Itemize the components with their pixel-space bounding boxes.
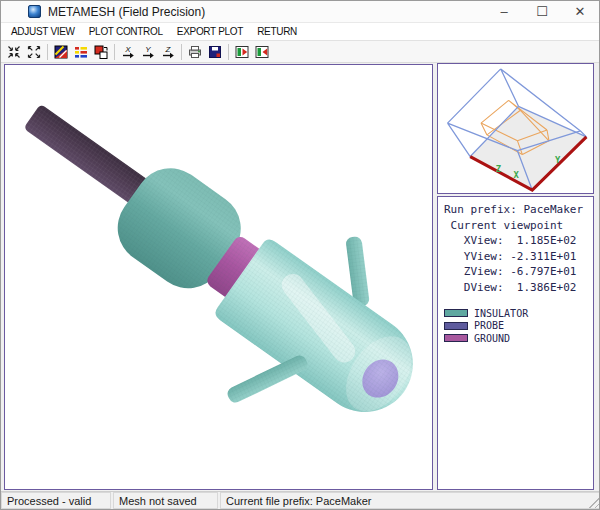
advance-plot-button[interactable]	[232, 42, 252, 62]
window-title: METAMESH (Field Precision)	[48, 5, 205, 19]
view-z-axis-button[interactable]: Z	[158, 42, 178, 62]
zoom-expand-icon	[26, 44, 42, 60]
plot-style-button[interactable]	[51, 42, 71, 62]
orientation-cube: Z X Y	[438, 64, 593, 193]
ground-label: GROUND	[474, 333, 510, 344]
status-mesh-saved: Mesh not saved	[113, 492, 218, 509]
viewpoint-header: Current viewpoint	[444, 218, 593, 234]
status-file-prefix-text: Current file prefix: PaceMaker	[226, 495, 372, 507]
axis-label-y: Y	[555, 155, 561, 165]
view-y-axis-button[interactable]: Y	[138, 42, 158, 62]
maximize-button[interactable]: ☐	[523, 1, 561, 22]
yview-value: YView: -2.311E+01	[444, 249, 593, 265]
status-processed: Processed - valid	[1, 492, 111, 509]
menu-adjust-view[interactable]: ADJUST VIEW	[4, 24, 82, 39]
workspace: Z X Y Run prefix: PaceMaker Current view…	[1, 63, 599, 493]
window-controls: – ☐ ✕	[485, 1, 599, 22]
mesh-plot-canvas	[4, 64, 433, 490]
tine-lower	[225, 353, 309, 405]
minimize-button[interactable]: –	[485, 1, 523, 22]
legend-row-ground: GROUND	[444, 332, 593, 345]
ground-swatch	[444, 334, 468, 342]
status-file-prefix: Current file prefix: PaceMaker	[220, 492, 600, 509]
reverse-plot-icon	[254, 44, 270, 60]
toolbar: X Y Z	[1, 41, 599, 63]
copy-region-button[interactable]	[91, 42, 111, 62]
menu-return[interactable]: RETURN	[250, 24, 304, 39]
region-legend: INSULATOR PROBE GROUND	[444, 307, 593, 345]
plot-style-icon	[53, 44, 69, 60]
advance-plot-icon	[234, 44, 250, 60]
toolbar-separator	[114, 44, 115, 60]
pacemaker-mesh-model	[5, 65, 432, 489]
insulator-swatch	[444, 309, 468, 317]
zoom-expand-button[interactable]	[24, 42, 44, 62]
view-x-axis-icon: X	[120, 44, 136, 60]
save-button[interactable]	[205, 42, 225, 62]
toolbar-separator	[181, 44, 182, 60]
app-window: METAMESH (Field Precision) – ☐ ✕ ADJUST …	[0, 0, 600, 510]
menu-plot-control[interactable]: PLOT CONTROL	[82, 24, 170, 39]
axis-letter: X	[124, 44, 131, 53]
menubar: ADJUST VIEW PLOT CONTROL EXPORT PLOT RET…	[1, 23, 599, 41]
close-button[interactable]: ✕	[561, 1, 599, 22]
copy-region-icon	[93, 44, 109, 60]
print-icon	[187, 44, 203, 60]
legend-row-insulator: INSULATOR	[444, 307, 593, 320]
app-icon	[28, 5, 41, 18]
print-button[interactable]	[185, 42, 205, 62]
toolbar-separator	[47, 44, 48, 60]
xview-value: XView: 1.185E+02	[444, 233, 593, 249]
run-prefix: Run prefix: PaceMaker	[444, 202, 593, 218]
titlebar: METAMESH (Field Precision) – ☐ ✕	[1, 1, 599, 23]
menu-export-plot[interactable]: EXPORT PLOT	[170, 24, 250, 39]
zoom-extents-icon	[6, 44, 22, 60]
info-panel: Run prefix: PaceMaker Current viewpoint …	[437, 196, 594, 490]
view-z-axis-icon: Z	[160, 44, 176, 60]
insulator-label: INSULATOR	[474, 308, 528, 319]
probe-swatch	[444, 322, 468, 330]
zoom-extents-button[interactable]	[4, 42, 24, 62]
zview-value: ZView: -6.797E+01	[444, 264, 593, 280]
probe-label: PROBE	[474, 320, 504, 331]
plot-legend-button[interactable]	[71, 42, 91, 62]
axis-letter: Z	[165, 44, 172, 53]
statusbar: Processed - valid Mesh not saved Current…	[1, 491, 600, 509]
legend-row-probe: PROBE	[444, 320, 593, 333]
axis-label-x: X	[514, 170, 520, 180]
save-icon	[207, 44, 223, 60]
view-x-axis-button[interactable]: X	[118, 42, 138, 62]
axis-label-z: Z	[496, 164, 502, 174]
view-y-axis-icon: Y	[140, 44, 156, 60]
resize-grip[interactable]	[586, 494, 600, 508]
orientation-view: Z X Y	[437, 63, 594, 194]
toolbar-separator	[228, 44, 229, 60]
reverse-plot-button[interactable]	[252, 42, 272, 62]
plot-legend-icon	[73, 44, 89, 60]
dview-value: DView: 1.386E+02	[444, 280, 593, 296]
axis-letter: Y	[145, 44, 151, 53]
